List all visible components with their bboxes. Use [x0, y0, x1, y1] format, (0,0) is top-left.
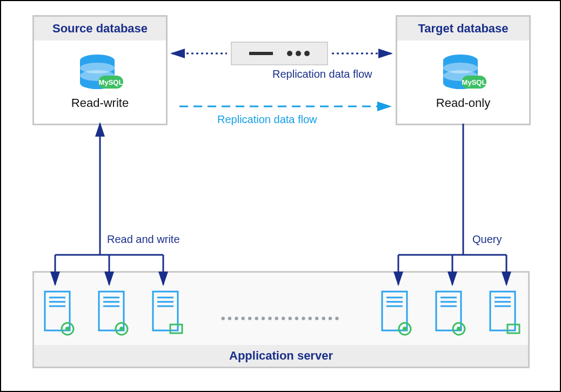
architecture-diagram: Source database MySQL Read-write Target … — [0, 0, 561, 392]
source-db-title: Source database — [34, 17, 166, 40]
svg-point-36 — [403, 327, 407, 331]
server-icon — [94, 289, 131, 337]
svg-point-25 — [119, 327, 124, 331]
server-icon — [377, 289, 415, 337]
mysql-database-icon: MySQL — [76, 54, 124, 92]
read-write-label: Read and write — [107, 233, 180, 246]
appserver-title: Application server — [34, 345, 528, 367]
mysql-database-icon: MySQL — [439, 54, 487, 92]
target-db-mode: Read-only — [436, 96, 490, 110]
svg-text:MySQL: MySQL — [462, 78, 486, 86]
target-database-box: Target database MySQL Read-only — [396, 15, 531, 125]
replication-top-label: Replication data flow — [272, 68, 372, 80]
svg-point-19 — [65, 327, 70, 331]
svg-text:MySQL: MySQL — [99, 78, 123, 86]
server-group-right — [377, 289, 523, 337]
svg-rect-30 — [170, 325, 182, 333]
query-label: Query — [472, 233, 502, 246]
server-icon — [148, 289, 185, 337]
svg-point-42 — [457, 327, 461, 331]
network-switch-icon — [231, 42, 328, 65]
replication-mid-label: Replication data flow — [217, 113, 317, 126]
server-group-left — [39, 289, 185, 337]
server-icon — [431, 289, 469, 337]
svg-rect-47 — [507, 325, 519, 333]
target-db-title: Target database — [397, 17, 529, 40]
server-icon — [485, 289, 523, 337]
ellipsis-dots: •••••••••••••••••• — [221, 300, 341, 326]
source-database-box: Source database MySQL Read-write — [32, 15, 168, 125]
application-server-box: •••••••••••••••••• — [32, 271, 530, 368]
source-db-mode: Read-write — [71, 96, 129, 110]
server-icon — [39, 289, 77, 337]
